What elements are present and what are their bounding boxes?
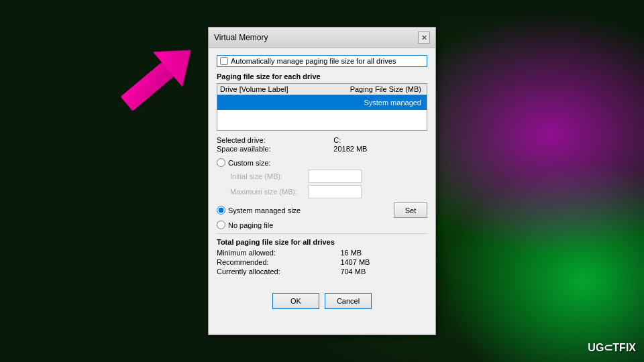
set-button[interactable]: Set: [394, 202, 427, 218]
initial-size-input[interactable]: [308, 170, 362, 183]
drive-info: Selected drive: C: Space available: 2018…: [217, 136, 427, 153]
custom-size-row[interactable]: Custom size:: [217, 158, 427, 167]
dialog-footer: OK Cancel: [209, 289, 435, 316]
min-allowed-label: Minimum allowed:: [217, 249, 337, 257]
divider: [217, 233, 427, 234]
watermark-logo: UG⊂TFIX: [588, 341, 636, 354]
total-paging-section: Total paging file size for all drives Mi…: [217, 238, 427, 276]
col-drive-header: Drive [Volume Label]: [220, 85, 321, 93]
initial-size-label: Initial size (MB):: [230, 172, 304, 180]
currently-allocated-value: 704 MB: [340, 267, 427, 276]
system-managed-radio[interactable]: [217, 206, 225, 215]
dialog-titlebar: Virtual Memory ✕: [209, 27, 435, 48]
no-paging-row[interactable]: No paging file: [217, 221, 427, 229]
col-paging-header: Paging File Size (MB): [321, 85, 424, 93]
table-selected-row[interactable]: System managed: [217, 95, 427, 110]
auto-manage-label: Automatically manage paging file size fo…: [231, 57, 396, 65]
close-button[interactable]: ✕: [418, 32, 430, 44]
space-available-label: Space available:: [217, 145, 331, 153]
auto-manage-checkbox[interactable]: [220, 57, 228, 65]
no-paging-label: No paging file: [228, 221, 273, 229]
max-size-label: Maximum size (MB):: [230, 188, 304, 196]
recommended-label: Recommended:: [217, 258, 337, 266]
dialog-title: Virtual Memory: [214, 33, 268, 42]
max-size-input[interactable]: [308, 185, 362, 198]
ok-button[interactable]: OK: [272, 293, 319, 309]
selected-drive-value: C:: [333, 136, 427, 144]
dialog-body: Automatically manage paging file size fo…: [209, 48, 435, 289]
dialog-backdrop: Virtual Memory ✕ Automatically manage pa…: [0, 0, 644, 362]
auto-manage-row[interactable]: Automatically manage paging file size fo…: [217, 55, 427, 67]
system-managed-label: System managed size: [228, 206, 301, 215]
table-header: Drive [Volume Label] Paging File Size (M…: [217, 84, 427, 95]
system-managed-radio-row[interactable]: System managed size: [217, 206, 301, 215]
drive-table: Drive [Volume Label] Paging File Size (M…: [217, 83, 427, 131]
custom-size-radio[interactable]: [217, 158, 225, 167]
currently-allocated-label: Currently allocated:: [217, 267, 337, 276]
no-paging-radio[interactable]: [217, 221, 225, 229]
table-empty-area: [217, 110, 427, 130]
virtual-memory-dialog: Virtual Memory ✕ Automatically manage pa…: [208, 27, 436, 335]
total-title: Total paging file size for all drives: [217, 238, 427, 246]
size-inputs: Initial size (MB): Maximum size (MB):: [230, 170, 427, 198]
initial-size-row: Initial size (MB):: [230, 170, 427, 183]
min-allowed-value: 16 MB: [340, 249, 427, 257]
system-managed-row: System managed size Set: [217, 202, 427, 218]
selected-drive-label: Selected drive:: [217, 136, 331, 144]
paging-section-label: Paging file size for each drive: [217, 72, 427, 80]
cancel-button[interactable]: Cancel: [325, 293, 372, 309]
space-available-value: 20182 MB: [333, 145, 427, 153]
custom-size-label: Custom size:: [228, 159, 271, 167]
max-size-row: Maximum size (MB):: [230, 185, 427, 198]
recommended-value: 1407 MB: [340, 258, 427, 266]
total-grid: Minimum allowed: 16 MB Recommended: 1407…: [217, 249, 427, 276]
